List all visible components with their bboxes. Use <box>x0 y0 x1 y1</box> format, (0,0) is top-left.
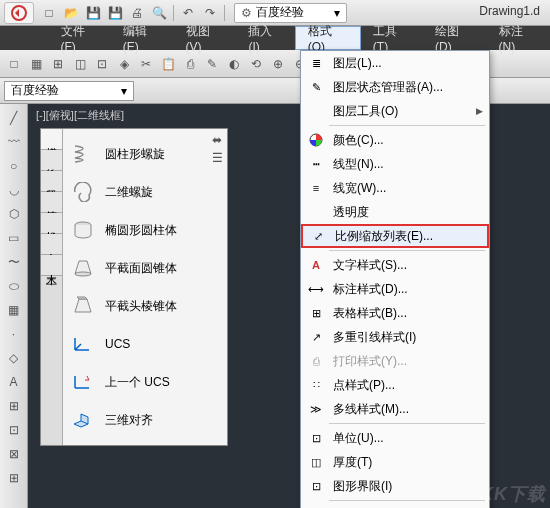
mleader-icon: ↗ <box>307 328 325 346</box>
menu-rename[interactable]: ✎重命名(R)... <box>301 503 489 508</box>
panel-pin-icon[interactable]: ⬌ <box>212 133 223 147</box>
tool-icon[interactable]: ▦ <box>26 54 46 74</box>
menu-mleader-style[interactable]: ↗多重引线样式(I) <box>301 325 489 349</box>
rect-icon[interactable]: ▭ <box>4 228 24 248</box>
vtab-constraint[interactable]: 约束 <box>41 150 62 171</box>
tool-icon[interactable]: ◐ <box>224 54 244 74</box>
linetype-icon: ┅ <box>307 155 325 173</box>
menu-table-style[interactable]: ⊞表格样式(B)... <box>301 301 489 325</box>
hatch-icon[interactable]: ▦ <box>4 300 24 320</box>
tool-icon[interactable]: □ <box>4 54 24 74</box>
panel-menu-icon[interactable]: ☰ <box>212 151 223 165</box>
saveas-icon[interactable]: 💾 <box>106 4 124 22</box>
menu-format[interactable]: 格式(O) <box>295 26 361 50</box>
list-item[interactable]: 二维螺旋 <box>65 173 225 211</box>
blank-icon <box>307 203 325 221</box>
tool-icon[interactable]: ◈ <box>114 54 134 74</box>
list-item[interactable]: 平截头棱锥体 <box>65 287 225 325</box>
menu-mline-style[interactable]: ≫多线样式(M)... <box>301 397 489 421</box>
tool-icon[interactable]: ✂ <box>136 54 156 74</box>
menu-linetype[interactable]: ┅线型(N)... <box>301 152 489 176</box>
separator <box>224 5 225 21</box>
tool-icon[interactable]: ◫ <box>70 54 90 74</box>
chevron-down-icon: ▾ <box>121 84 127 98</box>
preview-icon[interactable]: 🔍 <box>150 4 168 22</box>
menu-thickness[interactable]: ◫厚度(T) <box>301 450 489 474</box>
menu-layer-state[interactable]: ✎图层状态管理器(A)... <box>301 75 489 99</box>
layer-dropdown[interactable]: 百度经验 ▾ <box>4 81 134 101</box>
spline-icon[interactable]: 〜 <box>4 252 24 272</box>
workspace-label: 百度经验 <box>256 4 304 21</box>
tool-icon[interactable]: ⟲ <box>246 54 266 74</box>
viewport-label[interactable]: [-][俯视][二维线框] <box>36 108 124 123</box>
vtab-modeling[interactable]: 建模 <box>41 129 62 150</box>
vtab-elec[interactable]: 电力 <box>41 234 62 255</box>
vtab-civil[interactable]: 土木 <box>41 255 62 276</box>
watermark: KK下载 <box>480 482 546 506</box>
list-item[interactable]: 三维对齐 <box>65 401 225 439</box>
menu-edit[interactable]: 编辑(E) <box>111 26 174 50</box>
list-item[interactable]: 椭圆形圆柱体 <box>65 211 225 249</box>
menu-lineweight[interactable]: ≡线宽(W)... <box>301 176 489 200</box>
open-icon[interactable]: 📂 <box>62 4 80 22</box>
redo-icon[interactable]: ↷ <box>201 4 219 22</box>
chevron-down-icon: ▾ <box>334 6 340 20</box>
helix-icon <box>69 142 97 166</box>
arc-icon[interactable]: ◡ <box>4 180 24 200</box>
frustum-icon <box>69 294 97 318</box>
menu-scale-list[interactable]: ⤢比例缩放列表(E)... <box>301 224 489 248</box>
tool-icon[interactable]: ⊞ <box>4 468 24 488</box>
ellipse-icon[interactable]: ⬭ <box>4 276 24 296</box>
tool-icon[interactable]: ⊞ <box>48 54 68 74</box>
menu-transparency[interactable]: 透明度 <box>301 200 489 224</box>
units-icon: ⊡ <box>307 429 325 447</box>
menu-color[interactable]: 颜色(C)... <box>301 128 489 152</box>
new-icon[interactable]: □ <box>40 4 58 22</box>
menu-layer[interactable]: ≣图层(L)... <box>301 51 489 75</box>
vtab-annotation[interactable]: 注释 <box>41 171 62 192</box>
menu-view[interactable]: 视图(V) <box>174 26 237 50</box>
region-icon[interactable]: ⊡ <box>4 420 24 440</box>
menu-limits[interactable]: ⊡图形界限(I) <box>301 474 489 498</box>
print-icon[interactable]: 🖨 <box>128 4 146 22</box>
vtab-arch[interactable]: 建筑 <box>41 192 62 213</box>
list-item[interactable]: UCS <box>65 325 225 363</box>
line-icon[interactable]: ╱ <box>4 108 24 128</box>
menu-text-style[interactable]: A文字样式(S)... <box>301 253 489 277</box>
menu-bar: 文件(F) 编辑(E) 视图(V) 插入(I) 格式(O) 工具(T) 绘图(D… <box>0 26 550 50</box>
save-icon[interactable]: 💾 <box>84 4 102 22</box>
menu-dim-style[interactable]: ⟷标注样式(D)... <box>301 277 489 301</box>
vtab-mech[interactable]: 机械 <box>41 213 62 234</box>
textstyle-icon: A <box>307 256 325 274</box>
tool-icon[interactable]: ⊡ <box>92 54 112 74</box>
text-icon[interactable]: A <box>4 372 24 392</box>
tool-icon[interactable]: ⊕ <box>268 54 288 74</box>
workspace-dropdown[interactable]: ⚙ 百度经验 ▾ <box>234 3 347 23</box>
list-item[interactable]: 平截面圆锥体 <box>65 249 225 287</box>
menu-units[interactable]: ⊡单位(U)... <box>301 426 489 450</box>
point-icon[interactable]: · <box>4 324 24 344</box>
separator <box>173 5 174 21</box>
menu-file[interactable]: 文件(F) <box>49 26 111 50</box>
menu-dimension[interactable]: 标注(N) <box>487 26 550 50</box>
gear-icon: ⚙ <box>241 6 252 20</box>
app-logo[interactable] <box>4 2 34 24</box>
tool-icon[interactable]: 📋 <box>158 54 178 74</box>
undo-icon[interactable]: ↶ <box>179 4 197 22</box>
circle-icon[interactable]: ○ <box>4 156 24 176</box>
menu-tools[interactable]: 工具(T) <box>361 26 423 50</box>
tool-icon[interactable]: ⊠ <box>4 444 24 464</box>
menu-draw[interactable]: 绘图(D) <box>423 26 486 50</box>
table-icon[interactable]: ⊞ <box>4 396 24 416</box>
polyline-icon[interactable]: 〰 <box>4 132 24 152</box>
polygon-icon[interactable]: ⬡ <box>4 204 24 224</box>
tool-icon[interactable]: ⎙ <box>180 54 200 74</box>
menu-point-style[interactable]: ∷点样式(P)... <box>301 373 489 397</box>
list-item[interactable]: 上一个 UCS <box>65 363 225 401</box>
tool-icon[interactable]: ✎ <box>202 54 222 74</box>
list-item[interactable]: 圆柱形螺旋 <box>65 135 225 173</box>
block-icon[interactable]: ◇ <box>4 348 24 368</box>
menu-plot-style: ⎙打印样式(Y)... <box>301 349 489 373</box>
menu-insert[interactable]: 插入(I) <box>236 26 294 50</box>
menu-layer-tools[interactable]: 图层工具(O)▶ <box>301 99 489 123</box>
